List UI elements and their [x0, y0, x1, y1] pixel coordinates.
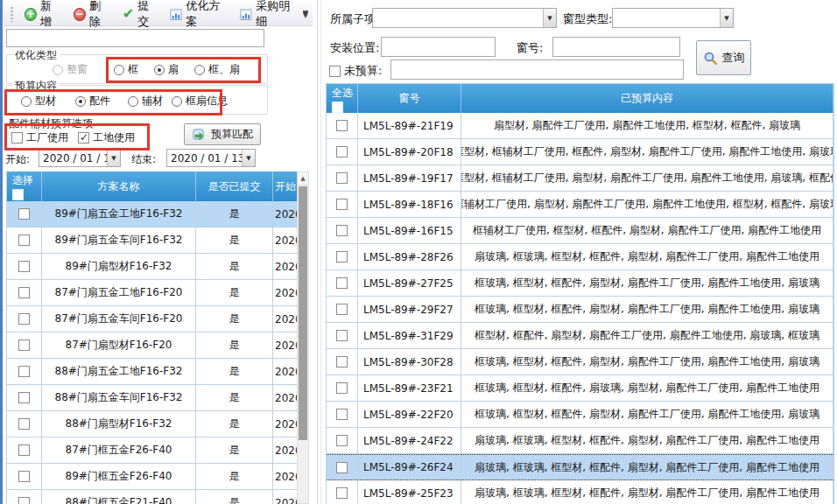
row-checkbox[interactable]: [18, 497, 30, 504]
row-checkbox[interactable]: [18, 340, 30, 351]
row-checkbox[interactable]: [336, 409, 348, 420]
plan-table-row[interactable]: 89#门框五金F26-F40是2020/0: [7, 464, 297, 490]
not-budgeted-input[interactable]: [390, 60, 684, 80]
row-select-cell[interactable]: [7, 438, 42, 463]
row-checkbox[interactable]: [336, 251, 348, 262]
install-location-input[interactable]: [381, 37, 496, 57]
row-checkbox[interactable]: [336, 382, 348, 394]
plan-filter-input[interactable]: [6, 29, 264, 47]
select-all-checkbox[interactable]: [332, 102, 343, 113]
query-button[interactable]: 查询: [696, 40, 751, 75]
window-table-row[interactable]: LM5L-89#-31F29框型材, 框配件, 扇型材, 扇配件工厂使用, 扇配…: [327, 323, 833, 349]
sub-item-combo[interactable]: ▼: [372, 8, 557, 28]
plan-table-row[interactable]: 88#门框五金F21-F40是2020/0: [7, 490, 297, 504]
row-select-cell[interactable]: [7, 201, 42, 227]
row-checkbox[interactable]: [18, 313, 30, 325]
submit-button[interactable]: ✔ 提交: [118, 0, 162, 32]
row-checkbox[interactable]: [336, 120, 348, 131]
plan-table-row[interactable]: 87#门框五金F26-F40是2020/0: [7, 438, 297, 464]
plan-table-row[interactable]: 87#门扇五金工地F16-F20是2020/0: [7, 280, 297, 306]
window-table-row[interactable]: LM5L-89#-30F28框玻璃, 框型材, 框配件, 扇型材, 扇配件工厂使…: [327, 349, 833, 375]
row-select-cell[interactable]: [7, 385, 42, 410]
row-select-cell[interactable]: [7, 228, 42, 253]
plan-table-row[interactable]: 87#门扇五金车间F16-F20是2020/0: [7, 306, 297, 332]
end-date-picker[interactable]: 2020 / 01 / 13 ▼: [166, 149, 256, 167]
row-checkbox[interactable]: [18, 208, 30, 220]
row-select-cell[interactable]: [7, 332, 42, 358]
window-table-row[interactable]: LM5L-89#-26F24扇玻璃, 框玻璃, 框型材, 框配件, 扇型材, 扇…: [327, 454, 833, 480]
window-table-row[interactable]: LM5L-89#-19F17框型材, 框辅材工厂使用, 扇型材, 扇配件工厂使用…: [327, 165, 833, 192]
budgeted-content-column-header[interactable]: 已预算内容: [461, 84, 833, 113]
row-select-cell[interactable]: [7, 254, 42, 279]
row-select-cell[interactable]: [327, 297, 358, 322]
chevron-down-icon[interactable]: ▼: [242, 150, 255, 166]
add-button[interactable]: + 新增: [20, 0, 66, 32]
window-table-row[interactable]: LM5L-89#-25F23扇玻璃, 框玻璃, 框型材, 框配件, 扇型材, 扇…: [327, 480, 833, 504]
factory-use-checkbox[interactable]: 工厂使用: [11, 130, 68, 145]
radio-accessory[interactable]: 配件: [75, 94, 110, 108]
chevron-down-icon[interactable]: ▼: [543, 9, 556, 27]
row-select-cell[interactable]: [327, 244, 358, 270]
row-checkbox[interactable]: [336, 304, 348, 315]
plan-table-row[interactable]: 89#门扇型材F16-F32是2020/0: [7, 254, 297, 280]
radio-sash[interactable]: 扇: [154, 62, 179, 77]
start-column-header[interactable]: 开始: [273, 172, 297, 201]
window-table-row[interactable]: LM5L-89#-21F19扇型材, 扇配件工厂使用, 扇配件工地使用, 框型材…: [327, 113, 833, 139]
row-checkbox[interactable]: [336, 435, 348, 446]
row-select-cell[interactable]: [327, 375, 358, 401]
row-select-cell[interactable]: [327, 192, 358, 217]
radio-auxiliary[interactable]: 辅材: [128, 94, 163, 108]
row-checkbox[interactable]: [336, 199, 348, 210]
window-no-input[interactable]: [552, 37, 680, 57]
budget-match-button[interactable]: 预算匹配: [184, 123, 261, 145]
row-select-cell[interactable]: [7, 280, 42, 305]
plan-table-row[interactable]: 87#门扇型材F16-F20是2020/0: [7, 332, 297, 359]
row-select-cell[interactable]: [327, 323, 358, 348]
row-select-cell[interactable]: [327, 428, 358, 453]
not-budgeted-checkbox[interactable]: 未预算:: [329, 63, 382, 79]
radio-frame-sash-info[interactable]: 框扇信息: [172, 94, 228, 108]
scrollbar-thumb[interactable]: [299, 186, 307, 440]
plan-table-row[interactable]: 88#门扇五金车间F16-F32是2020/0: [7, 385, 297, 411]
select-all-column-header[interactable]: 全选: [327, 84, 358, 113]
panel-splitter[interactable]: [317, 0, 318, 504]
window-table-row[interactable]: LM5L-89#-27F25框玻璃, 框型材, 框配件, 扇型材, 扇配件工厂使…: [327, 270, 833, 297]
window-table-row[interactable]: LM5L-89#-16F15框辅材工厂使用, 框型材, 框配件, 扇型材, 扇配…: [327, 218, 833, 244]
row-select-cell[interactable]: [327, 455, 358, 480]
row-checkbox[interactable]: [18, 261, 30, 272]
window-table-row[interactable]: LM5L-89#-29F27框玻璃, 框型材, 框配件, 扇型材, 扇配件工厂使…: [327, 297, 833, 323]
plan-table-row[interactable]: 89#门扇五金车间F16-F32是2020/0: [7, 228, 297, 254]
window-table-row[interactable]: LM5L-89#-23F21框玻璃, 框型材, 框配件, 扇玻璃, 扇型材, 扇…: [327, 375, 833, 402]
row-checkbox[interactable]: [18, 392, 30, 403]
row-checkbox[interactable]: [336, 146, 348, 158]
window-table-row[interactable]: LM5L-89#-28F26扇玻璃, 框玻璃, 框型材, 框配件, 扇型材, 扇…: [327, 244, 833, 270]
window-no-column-header[interactable]: 窗号: [358, 84, 461, 113]
row-select-cell[interactable]: [327, 349, 358, 374]
chevron-down-icon[interactable]: ▼: [720, 9, 733, 27]
row-select-cell[interactable]: [7, 306, 42, 332]
delete-button[interactable]: − 删除: [69, 0, 115, 32]
plan-name-column-header[interactable]: 方案名称: [42, 172, 196, 201]
row-select-cell[interactable]: [327, 139, 358, 164]
chevron-down-icon[interactable]: ▼: [107, 150, 120, 166]
row-checkbox[interactable]: [336, 462, 348, 473]
toolbar-grip[interactable]: [11, 7, 13, 22]
row-checkbox[interactable]: [336, 330, 348, 341]
row-select-cell[interactable]: [327, 480, 358, 504]
plan-table-scrollbar[interactable]: ▲: [297, 172, 309, 504]
row-checkbox[interactable]: [18, 444, 30, 456]
window-table-row[interactable]: LM5L-89#-22F20框玻璃, 框型材, 框配件, 扇型材, 扇配件工厂使…: [327, 402, 833, 428]
row-checkbox[interactable]: [18, 234, 30, 246]
select-all-checkbox[interactable]: [12, 189, 24, 200]
plan-table-row[interactable]: 89#门扇五金工地F16-F32是2020/0: [7, 201, 297, 228]
row-checkbox[interactable]: [18, 471, 30, 482]
plan-table-row[interactable]: 88#门扇五金工地F16-F32是2020/0: [7, 359, 297, 385]
row-select-cell[interactable]: [7, 359, 42, 384]
toolbar-overflow-button[interactable]: ▼: [299, 6, 312, 24]
row-checkbox[interactable]: [336, 356, 348, 368]
row-checkbox[interactable]: [18, 287, 30, 298]
row-select-cell[interactable]: [7, 490, 42, 504]
window-table-row[interactable]: LM5L-89#-24F22扇玻璃, 框玻璃, 框型材, 框配件, 扇型材, 扇…: [327, 428, 833, 454]
radio-frame[interactable]: 框: [114, 62, 138, 77]
row-select-cell[interactable]: [327, 270, 358, 296]
